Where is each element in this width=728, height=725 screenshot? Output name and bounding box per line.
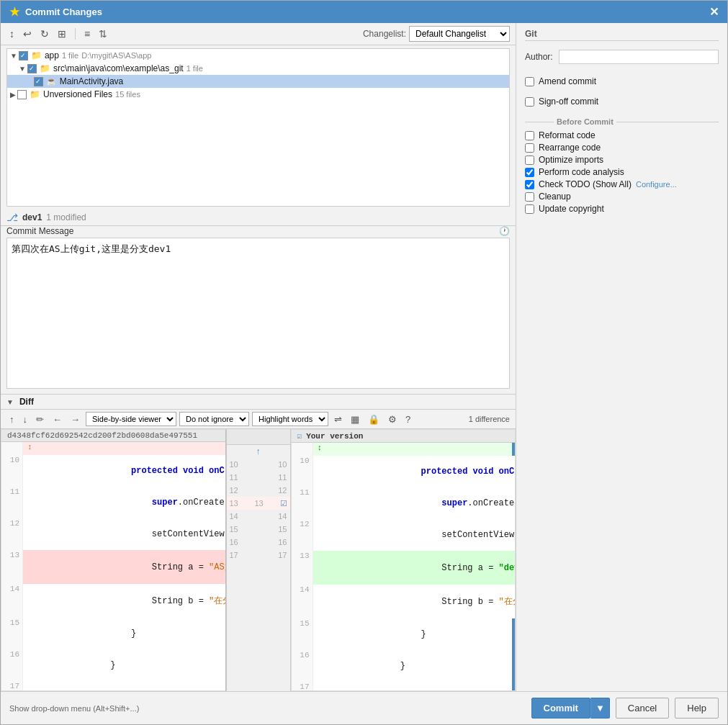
diff-content-16-l: }	[23, 649, 225, 681]
amend-commit-checkbox[interactable]	[525, 77, 534, 86]
diff-gear-icon[interactable]: ⚙	[385, 413, 400, 426]
folder-icon-unversioned: 📁	[30, 89, 40, 99]
signoff-checkbox[interactable]	[525, 97, 534, 107]
file-count-app: 1 file	[62, 51, 78, 60]
diff-center-row-13: 1313☑	[227, 497, 290, 510]
tree-item-src[interactable]: ▼ ✓ 📁 src\main\java\com\example\as_git 1…	[7, 62, 509, 75]
diff-line-marker: ↕	[1, 442, 225, 455]
perform-analysis-row: Perform code analysis	[525, 167, 719, 177]
diff-left-line-15: 15 }	[1, 618, 225, 649]
branch-icon: ⎇	[6, 212, 18, 223]
bottom-note: Show drop-down menu (Alt+Shift+...)	[9, 704, 139, 713]
tree-item-main-activity[interactable]: ✓ ☕ MainActivity.java	[7, 75, 509, 88]
diff-expand-icon[interactable]: ⇌	[331, 413, 345, 426]
diff-lock-icon[interactable]: 🔒	[365, 413, 382, 426]
optimize-label: Optimize imports	[539, 155, 603, 165]
diff-ignore-select[interactable]: Do not ignore	[179, 412, 249, 426]
commit-button[interactable]: Commit	[531, 698, 590, 719]
dialog-title: Commit Changes	[25, 6, 102, 17]
diff-left-pane[interactable]: d4348fcf62d692542cd200f2bd0608da5e497551…	[1, 429, 226, 691]
diff-content: d4348fcf62d692542cd200f2bd0608da5e497551…	[1, 429, 516, 691]
before-commit-section: Before Commit Reformat code Rearrange co…	[525, 117, 719, 216]
close-button[interactable]: ✕	[709, 5, 719, 19]
right-panel: Git Author: Amend commit Sign-off commit…	[516, 23, 727, 691]
title-bar-left: ★ Commit Changes	[9, 5, 102, 19]
diff-left-line-17: 17	[1, 681, 225, 691]
optimize-checkbox[interactable]	[525, 156, 534, 165]
signoff-row: Sign-off commit	[525, 96, 719, 107]
diff-viewer-select[interactable]: Side-by-side viewer	[86, 412, 176, 426]
diff-help-icon[interactable]: ?	[403, 413, 413, 426]
author-row: Author:	[525, 50, 719, 64]
diff-nav-prev[interactable]: ↑	[6, 413, 17, 426]
diff-center: ↑ 1010 1111 1212 1313☑	[226, 429, 291, 691]
file-count-unversioned: 15 files	[115, 90, 140, 99]
diff-linenum-14-r: 14	[292, 585, 313, 618]
diff-nav-next[interactable]: ↓	[20, 413, 31, 426]
check-todo-label: Check TODO (Show All)	[539, 179, 632, 189]
changelist-select[interactable]: Default Changelist	[409, 26, 510, 42]
perform-analysis-checkbox[interactable]	[525, 168, 534, 177]
diff-center-row-15: 1515	[227, 523, 290, 536]
commit-message-input[interactable]: 第四次在AS上传git,这里是分支dev1	[6, 238, 510, 389]
reformat-checkbox[interactable]	[525, 131, 534, 140]
diff-count: 1 difference	[469, 415, 510, 423]
diff-center-row-16: 1616	[227, 536, 290, 549]
diff-linenum-16-l: 16	[1, 649, 23, 681]
cancel-button[interactable]: Cancel	[616, 698, 669, 719]
configure-link[interactable]: Configure...	[636, 180, 677, 189]
check-todo-checkbox[interactable]	[525, 180, 534, 189]
diff-highlight-select[interactable]: Highlight words	[252, 412, 328, 426]
refresh-button[interactable]: ↻	[37, 27, 52, 41]
undo-button[interactable]: ↩	[20, 27, 35, 41]
diff-right-line-13: 13 String a = "dev1:我想产生冲突";	[292, 551, 516, 585]
arrow-main	[30, 78, 32, 86]
diff-edit-button[interactable]: ✏	[33, 413, 47, 426]
reformat-code-row: Reformat code	[525, 130, 719, 140]
diff-right-line-17: 17	[292, 682, 516, 691]
diff-content-14-r: String b = "在分支hot_fix上修改";	[313, 585, 516, 618]
diff-center-row-14: 1414	[227, 510, 290, 523]
signoff-label: Sign-off commit	[539, 96, 598, 107]
commit-dropdown-button[interactable]: ▼	[590, 698, 610, 719]
commit-message-header: Commit Message 🕐	[6, 226, 510, 236]
update-copyright-checkbox[interactable]	[525, 204, 534, 214]
move-up-button[interactable]: ↕	[6, 27, 17, 41]
diff-content-r: ↕	[313, 443, 513, 456]
diff-left-line-12: 12 setContentView(R.layout.activity_	[1, 518, 225, 550]
checkbox-src[interactable]: ✓	[27, 64, 37, 73]
diff-linenum-15-r: 15	[292, 618, 313, 650]
tree-item-app[interactable]: ▼ ✓ 📁 app 1 file D:\mygit\AS\AS\app	[7, 49, 509, 62]
group-button[interactable]: ⊞	[55, 27, 69, 41]
diff-right-pane[interactable]: ☑ Your version ↕ 10	[291, 429, 516, 691]
diff-left-line-10: 10 protected void onCreate(Bundle savedI…	[1, 455, 225, 487]
clock-icon[interactable]: 🕐	[499, 226, 510, 236]
file-count-src: 1 file	[187, 64, 203, 73]
diff-collapse-icon[interactable]: ▼	[6, 398, 14, 406]
cleanup-checkbox[interactable]	[525, 192, 534, 202]
help-button[interactable]: Help	[675, 698, 719, 719]
diff-content-13-l: String a = "AS第一次上传";	[23, 550, 226, 584]
diff-linenum	[1, 442, 23, 455]
diff-forward-button[interactable]: →	[68, 413, 83, 426]
author-label: Author:	[525, 52, 553, 62]
diff-right-marker: ↕	[292, 443, 516, 456]
diff-content-11-r: super.onCreate(savedInstanceState	[313, 487, 516, 519]
tree-item-unversioned[interactable]: ▶ 📁 Unversioned Files 15 files	[7, 88, 509, 101]
checkbox-unversioned[interactable]	[17, 90, 27, 99]
author-input[interactable]	[559, 50, 719, 64]
diff-header: ▼ Diff	[1, 394, 516, 410]
diff-right-line-12: 12 setContentView(R.layout.activity_	[292, 519, 516, 551]
git-section-title: Git	[525, 29, 719, 41]
sort-button[interactable]: ≡	[81, 27, 93, 41]
diff-grid-icon[interactable]: ▦	[348, 413, 362, 426]
rearrange-code-row: Rearrange code	[525, 143, 719, 153]
checkbox-main[interactable]: ✓	[34, 77, 43, 86]
diff-right-line-10: 10 protected void onCreate(Bundle savedI…	[292, 456, 516, 487]
reformat-label: Reformat code	[539, 130, 596, 140]
filter-button[interactable]: ⇅	[96, 27, 110, 41]
checkbox-app[interactable]: ✓	[19, 51, 28, 60]
diff-back-button[interactable]: ←	[50, 413, 65, 426]
diff-linenum-r	[292, 443, 313, 456]
rearrange-checkbox[interactable]	[525, 143, 534, 153]
